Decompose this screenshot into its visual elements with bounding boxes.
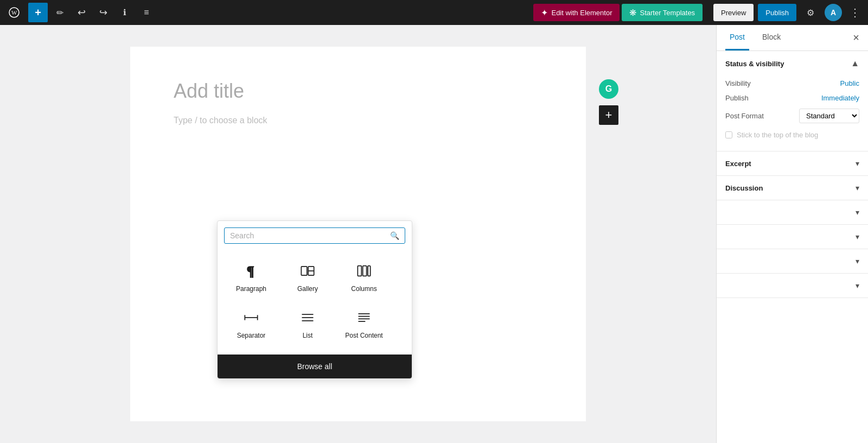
list-icon: ≡ [144, 8, 149, 17]
collapsed-row-3[interactable]: ▾ [717, 249, 868, 274]
discussion-chevron-icon: ▾ [856, 183, 859, 192]
publish-row: Publish Immediately [725, 91, 859, 105]
undo-icon: ↩ [78, 7, 86, 18]
sidebar-tab-bar: Post Block × [717, 25, 868, 51]
starter-icon: ❋ [629, 8, 636, 18]
more-options-button[interactable]: ⋮ [846, 4, 864, 21]
redo-icon: ↪ [99, 7, 107, 18]
editor-canvas: G + Add title Type / to choose a block 🔍… [0, 25, 716, 443]
svg-rect-3 [301, 267, 307, 275]
collapsed-chevron-2: ▾ [856, 232, 859, 241]
excerpt-label: Excerpt [725, 160, 856, 168]
inserter-blocks-grid: ¶ParagraphGalleryColumnsSeparatorListPos… [218, 244, 412, 350]
collapsed-row-4[interactable]: ▾ [717, 274, 868, 298]
separator-icon [241, 308, 261, 327]
tab-block[interactable]: Block [758, 25, 785, 50]
collapsed-row-2[interactable]: ▾ [717, 225, 868, 249]
block-inserter-popup: 🔍 ¶ParagraphGalleryColumnsSeparatorListP… [217, 220, 412, 379]
post-format-row: Post Format Standard Aside Image Video Q… [725, 105, 859, 126]
add-block-toolbar-button[interactable]: + [28, 3, 48, 22]
gear-icon: ⚙ [807, 8, 814, 18]
search-icon: 🔍 [390, 231, 399, 240]
toolbar: W + ✏ ↩ ↪ ℹ ≡ ✦ Edit with Elementor ❋ St… [0, 0, 868, 25]
post-format-label: Post Format [725, 112, 799, 120]
excerpt-section[interactable]: Excerpt ▾ [717, 151, 868, 176]
grammarly-icon: G [599, 79, 618, 99]
starter-templates-button[interactable]: ❋ Starter Templates [622, 4, 703, 21]
list-label: List [303, 332, 313, 339]
sticky-post-label: Stick to the top of the blog [737, 131, 818, 139]
list-view-button[interactable]: ≡ [137, 3, 156, 22]
svg-text:¶: ¶ [247, 263, 254, 279]
starter-label: Starter Templates [640, 9, 695, 17]
inserter-search-area: 🔍 [218, 221, 412, 244]
post-format-select[interactable]: Standard Aside Image Video Quote Link Ga… [799, 109, 859, 123]
status-visibility-title: Status & visibility [725, 60, 851, 68]
status-visibility-header[interactable]: Status & visibility ▲ [717, 51, 868, 76]
settings-sidebar: Post Block × Status & visibility ▲ Visib… [716, 25, 868, 443]
more-icon: ⋮ [850, 6, 860, 19]
search-input[interactable] [230, 231, 386, 240]
collapse-icon: ▲ [851, 59, 859, 68]
collapsed-row-1[interactable]: ▾ [717, 200, 868, 225]
add-block-float-button[interactable]: + [599, 105, 618, 125]
paragraph-label: Paragraph [236, 285, 266, 293]
sidebar-close-button[interactable]: × [853, 31, 859, 44]
separator-label: Separator [237, 332, 266, 339]
redo-button[interactable]: ↪ [93, 3, 113, 22]
list-icon [298, 308, 317, 327]
avatar-label: A [831, 8, 836, 17]
status-visibility-content: Visibility Public Publish Immediately Po… [717, 76, 868, 151]
gallery-icon [298, 261, 317, 281]
tab-post[interactable]: Post [725, 25, 749, 50]
user-avatar-button[interactable]: A [825, 4, 842, 21]
excerpt-chevron-icon: ▾ [856, 159, 859, 168]
block-item-post-content[interactable]: Post Content [337, 301, 391, 346]
edit-with-elementor-button[interactable]: ✦ Edit with Elementor [533, 4, 620, 21]
sticky-post-row: Stick to the top of the blog [725, 126, 859, 142]
discussion-label: Discussion [725, 184, 856, 192]
preview-button[interactable]: Preview [713, 4, 754, 21]
status-visibility-section: Status & visibility ▲ Visibility Public … [717, 51, 868, 151]
columns-icon [354, 261, 374, 281]
pen-icon: ✏ [56, 8, 63, 18]
settings-gear-button[interactable]: ⚙ [801, 3, 820, 22]
main-area: G + Add title Type / to choose a block 🔍… [0, 25, 868, 443]
visibility-label: Visibility [725, 79, 840, 87]
search-box: 🔍 [224, 227, 405, 244]
block-item-list[interactable]: List [280, 301, 335, 346]
visibility-row: Visibility Public [725, 76, 859, 91]
wp-logo-icon[interactable]: W [4, 3, 24, 22]
visibility-value[interactable]: Public [840, 79, 859, 87]
block-item-columns[interactable]: Columns [337, 255, 391, 299]
block-item-separator[interactable]: Separator [224, 301, 278, 346]
elementor-label: Edit with Elementor [551, 9, 612, 17]
publish-button[interactable]: Publish [758, 4, 796, 21]
elementor-icon: ✦ [541, 8, 548, 18]
block-item-gallery[interactable]: Gallery [280, 255, 335, 299]
post-content-icon [354, 308, 374, 327]
svg-text:W: W [11, 9, 17, 16]
svg-rect-8 [368, 266, 371, 276]
svg-rect-7 [363, 266, 367, 276]
block-item-paragraph[interactable]: ¶Paragraph [224, 255, 278, 299]
svg-rect-6 [358, 266, 361, 276]
publish-value[interactable]: Immediately [821, 94, 859, 102]
paragraph-icon: ¶ [241, 261, 261, 281]
info-icon: ℹ [123, 8, 126, 17]
collapsed-chevron-1: ▾ [856, 208, 859, 217]
gallery-label: Gallery [297, 285, 318, 293]
undo-button[interactable]: ↩ [72, 3, 91, 22]
sticky-post-checkbox[interactable] [725, 131, 732, 138]
browse-all-button[interactable]: Browse all [218, 355, 412, 378]
discussion-section[interactable]: Discussion ▾ [717, 176, 868, 200]
columns-label: Columns [351, 285, 376, 293]
add-icon: + [605, 108, 612, 122]
editor-content: G + Add title Type / to choose a block 🔍… [130, 47, 586, 421]
info-button[interactable]: ℹ [115, 3, 135, 22]
editor-block-placeholder[interactable]: Type / to choose a block [174, 116, 542, 125]
edit-pen-button[interactable]: ✏ [50, 3, 69, 22]
editor-title-placeholder[interactable]: Add title [174, 79, 542, 103]
post-content-label: Post Content [345, 332, 382, 339]
collapsed-chevron-4: ▾ [856, 281, 859, 290]
